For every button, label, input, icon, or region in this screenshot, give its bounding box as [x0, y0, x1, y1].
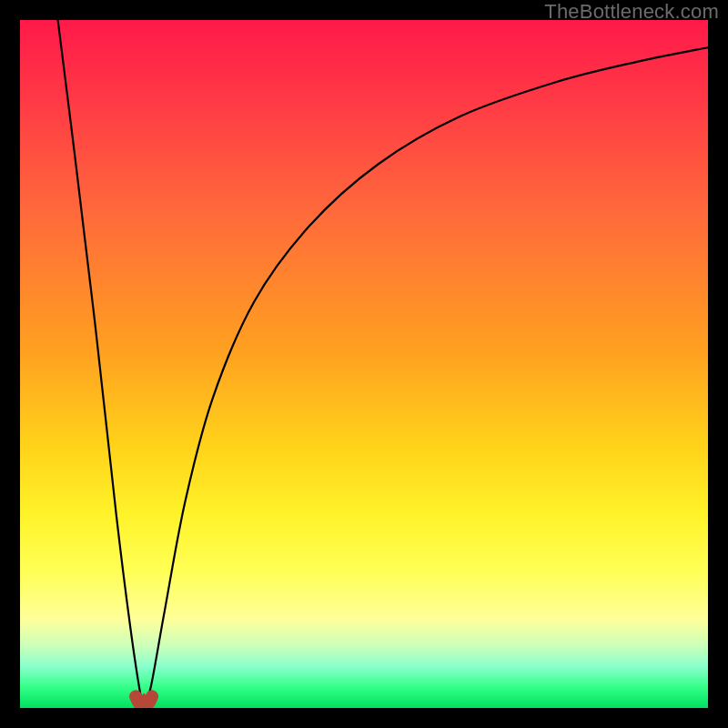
minimum-marker — [136, 696, 152, 704]
curve-left-arm — [58, 20, 145, 704]
curve-right-arm — [144, 47, 708, 704]
plot-area — [20, 20, 708, 708]
watermark-label: TheBottleneck.com — [544, 0, 719, 24]
chart-frame: TheBottleneck.com — [0, 0, 728, 728]
curve-layer — [20, 20, 708, 708]
